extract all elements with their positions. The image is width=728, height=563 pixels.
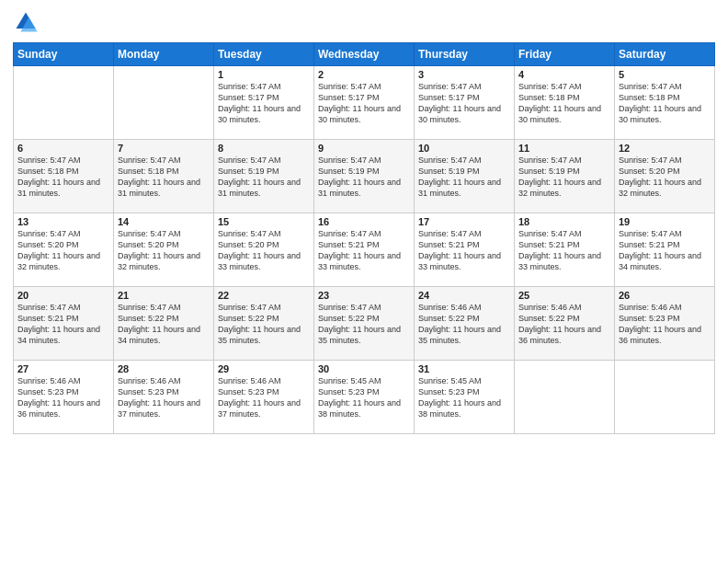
logo-icon: [13, 9, 39, 35]
day-detail: Sunrise: 5:47 AMSunset: 5:20 PMDaylight:…: [118, 228, 210, 273]
day-number: 17: [418, 216, 510, 227]
day-detail: Sunrise: 5:47 AMSunset: 5:19 PMDaylight:…: [518, 155, 610, 200]
calendar-cell: 9Sunrise: 5:47 AMSunset: 5:19 PMDaylight…: [314, 140, 415, 213]
calendar-cell: [515, 361, 615, 434]
calendar-week-row: 20Sunrise: 5:47 AMSunset: 5:21 PMDayligh…: [14, 287, 715, 361]
calendar-cell: 7Sunrise: 5:47 AMSunset: 5:18 PMDaylight…: [114, 140, 214, 213]
calendar-cell: 13Sunrise: 5:47 AMSunset: 5:20 PMDayligh…: [14, 213, 114, 287]
day-detail: Sunrise: 5:47 AMSunset: 5:21 PMDaylight:…: [17, 302, 109, 347]
day-detail: Sunrise: 5:46 AMSunset: 5:23 PMDaylight:…: [17, 375, 109, 420]
calendar-table: SundayMondayTuesdayWednesdayThursdayFrid…: [13, 42, 715, 434]
day-detail: Sunrise: 5:47 AMSunset: 5:18 PMDaylight:…: [17, 155, 109, 200]
day-number: 10: [418, 143, 510, 154]
day-detail: Sunrise: 5:47 AMSunset: 5:22 PMDaylight:…: [118, 302, 210, 347]
day-number: 18: [518, 216, 610, 227]
calendar-cell: 30Sunrise: 5:45 AMSunset: 5:23 PMDayligh…: [314, 361, 415, 434]
calendar-cell: 19Sunrise: 5:47 AMSunset: 5:21 PMDayligh…: [615, 213, 715, 287]
day-detail: Sunrise: 5:47 AMSunset: 5:17 PMDaylight:…: [318, 81, 410, 126]
day-number: 7: [118, 143, 210, 154]
day-detail: Sunrise: 5:46 AMSunset: 5:23 PMDaylight:…: [619, 302, 711, 347]
day-number: 15: [218, 216, 310, 227]
weekday-header: Monday: [114, 43, 214, 66]
calendar-cell: 21Sunrise: 5:47 AMSunset: 5:22 PMDayligh…: [114, 287, 214, 361]
calendar-week-row: 6Sunrise: 5:47 AMSunset: 5:18 PMDaylight…: [14, 140, 715, 213]
weekday-header: Tuesday: [214, 43, 314, 66]
day-detail: Sunrise: 5:45 AMSunset: 5:23 PMDaylight:…: [318, 375, 410, 420]
day-detail: Sunrise: 5:47 AMSunset: 5:21 PMDaylight:…: [418, 228, 510, 273]
day-number: 14: [118, 216, 210, 227]
day-detail: Sunrise: 5:47 AMSunset: 5:22 PMDaylight:…: [218, 302, 310, 347]
day-number: 13: [17, 216, 109, 227]
day-detail: Sunrise: 5:47 AMSunset: 5:18 PMDaylight:…: [619, 81, 711, 126]
calendar-week-row: 1Sunrise: 5:47 AMSunset: 5:17 PMDaylight…: [14, 66, 715, 140]
calendar-cell: 31Sunrise: 5:45 AMSunset: 5:23 PMDayligh…: [415, 361, 515, 434]
calendar-cell: 5Sunrise: 5:47 AMSunset: 5:18 PMDaylight…: [615, 66, 715, 140]
calendar-cell: 28Sunrise: 5:46 AMSunset: 5:23 PMDayligh…: [114, 361, 214, 434]
day-number: 2: [318, 69, 410, 80]
calendar-cell: 6Sunrise: 5:47 AMSunset: 5:18 PMDaylight…: [14, 140, 114, 213]
day-detail: Sunrise: 5:47 AMSunset: 5:19 PMDaylight:…: [218, 155, 310, 200]
day-number: 3: [418, 69, 510, 80]
day-detail: Sunrise: 5:47 AMSunset: 5:21 PMDaylight:…: [318, 228, 410, 273]
day-number: 29: [218, 363, 310, 374]
day-detail: Sunrise: 5:46 AMSunset: 5:23 PMDaylight:…: [218, 375, 310, 420]
day-number: 5: [619, 69, 711, 80]
calendar-cell: 26Sunrise: 5:46 AMSunset: 5:23 PMDayligh…: [615, 287, 715, 361]
day-detail: Sunrise: 5:46 AMSunset: 5:23 PMDaylight:…: [118, 375, 210, 420]
day-number: 23: [318, 290, 410, 301]
day-number: 1: [218, 69, 310, 80]
day-number: 25: [518, 290, 610, 301]
day-number: 11: [518, 143, 610, 154]
day-detail: Sunrise: 5:47 AMSunset: 5:17 PMDaylight:…: [218, 81, 310, 126]
day-number: 20: [17, 290, 109, 301]
logo: [13, 9, 42, 35]
calendar-cell: 25Sunrise: 5:46 AMSunset: 5:22 PMDayligh…: [515, 287, 615, 361]
calendar-cell: 14Sunrise: 5:47 AMSunset: 5:20 PMDayligh…: [114, 213, 214, 287]
day-detail: Sunrise: 5:45 AMSunset: 5:23 PMDaylight:…: [418, 375, 510, 420]
calendar-cell: 1Sunrise: 5:47 AMSunset: 5:17 PMDaylight…: [214, 66, 314, 140]
weekday-header: Saturday: [615, 43, 715, 66]
day-detail: Sunrise: 5:47 AMSunset: 5:18 PMDaylight:…: [518, 81, 610, 126]
weekday-header: Sunday: [14, 43, 114, 66]
day-detail: Sunrise: 5:46 AMSunset: 5:22 PMDaylight:…: [418, 302, 510, 347]
day-number: 8: [218, 143, 310, 154]
day-number: 22: [218, 290, 310, 301]
day-number: 27: [17, 363, 109, 374]
calendar-cell: [615, 361, 715, 434]
calendar-cell: [14, 66, 114, 140]
day-detail: Sunrise: 5:47 AMSunset: 5:18 PMDaylight:…: [118, 155, 210, 200]
calendar-cell: 3Sunrise: 5:47 AMSunset: 5:17 PMDaylight…: [415, 66, 515, 140]
calendar-week-row: 27Sunrise: 5:46 AMSunset: 5:23 PMDayligh…: [14, 361, 715, 434]
calendar-cell: 4Sunrise: 5:47 AMSunset: 5:18 PMDaylight…: [515, 66, 615, 140]
calendar-cell: 18Sunrise: 5:47 AMSunset: 5:21 PMDayligh…: [515, 213, 615, 287]
calendar-cell: 22Sunrise: 5:47 AMSunset: 5:22 PMDayligh…: [214, 287, 314, 361]
day-number: 28: [118, 363, 210, 374]
calendar-cell: 23Sunrise: 5:47 AMSunset: 5:22 PMDayligh…: [314, 287, 415, 361]
calendar-cell: 10Sunrise: 5:47 AMSunset: 5:19 PMDayligh…: [415, 140, 515, 213]
day-number: 16: [318, 216, 410, 227]
day-number: 4: [518, 69, 610, 80]
calendar-cell: 29Sunrise: 5:46 AMSunset: 5:23 PMDayligh…: [214, 361, 314, 434]
day-number: 31: [418, 363, 510, 374]
calendar-cell: 12Sunrise: 5:47 AMSunset: 5:20 PMDayligh…: [615, 140, 715, 213]
weekday-header: Wednesday: [314, 43, 415, 66]
weekday-header: Friday: [515, 43, 615, 66]
calendar-cell: 11Sunrise: 5:47 AMSunset: 5:19 PMDayligh…: [515, 140, 615, 213]
calendar-cell: 15Sunrise: 5:47 AMSunset: 5:20 PMDayligh…: [214, 213, 314, 287]
day-detail: Sunrise: 5:47 AMSunset: 5:19 PMDaylight:…: [418, 155, 510, 200]
day-detail: Sunrise: 5:47 AMSunset: 5:22 PMDaylight:…: [318, 302, 410, 347]
weekday-header: Thursday: [415, 43, 515, 66]
day-detail: Sunrise: 5:47 AMSunset: 5:20 PMDaylight:…: [17, 228, 109, 273]
calendar-cell: 8Sunrise: 5:47 AMSunset: 5:19 PMDaylight…: [214, 140, 314, 213]
day-number: 9: [318, 143, 410, 154]
day-detail: Sunrise: 5:46 AMSunset: 5:22 PMDaylight:…: [518, 302, 610, 347]
calendar-cell: 20Sunrise: 5:47 AMSunset: 5:21 PMDayligh…: [14, 287, 114, 361]
header: [13, 9, 715, 35]
calendar-header-row: SundayMondayTuesdayWednesdayThursdayFrid…: [14, 43, 715, 66]
calendar-cell: 16Sunrise: 5:47 AMSunset: 5:21 PMDayligh…: [314, 213, 415, 287]
day-number: 19: [619, 216, 711, 227]
day-detail: Sunrise: 5:47 AMSunset: 5:21 PMDaylight:…: [619, 228, 711, 273]
calendar-cell: 27Sunrise: 5:46 AMSunset: 5:23 PMDayligh…: [14, 361, 114, 434]
day-number: 21: [118, 290, 210, 301]
day-number: 12: [619, 143, 711, 154]
